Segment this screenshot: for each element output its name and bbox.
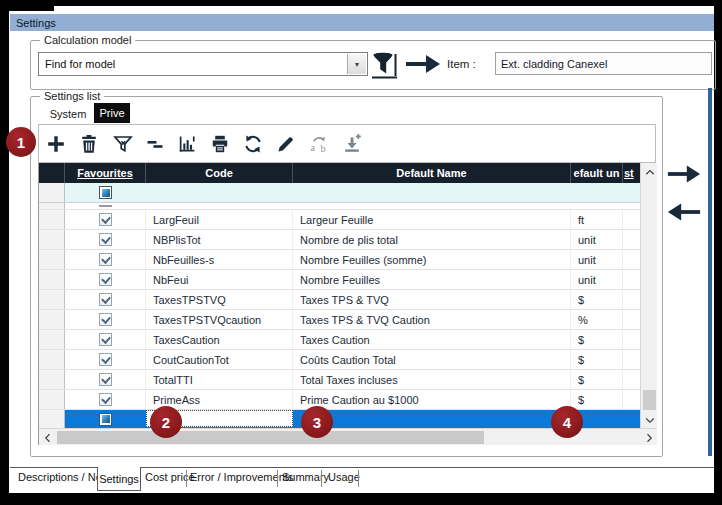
favourite-checkbox[interactable]	[99, 293, 112, 306]
horizontal-scrollbar-thumb[interactable]	[57, 431, 484, 444]
favourites-cell[interactable]	[65, 350, 146, 369]
default-unit-cell[interactable]: $	[571, 370, 623, 389]
move-left-button[interactable]	[666, 200, 702, 224]
default-unit-cell[interactable]: $	[571, 330, 623, 349]
table-row[interactable]: CoutCautionTotCoûts Caution Total$	[39, 350, 640, 370]
st-cell[interactable]	[623, 230, 640, 249]
default-unit-cell[interactable]: ft	[571, 210, 623, 229]
delete-button[interactable]	[78, 133, 100, 155]
code-cell[interactable]: TaxesCaution	[146, 330, 293, 349]
import-download-button[interactable]	[341, 133, 363, 155]
default-name-cell[interactable]: Prime Caution au $1000	[293, 390, 571, 409]
default-unit-cell[interactable]: $	[571, 350, 623, 369]
favourites-filter-checkbox[interactable]	[99, 186, 112, 199]
table-row[interactable]: LargFeuilLargeur Feuilleft	[39, 210, 640, 230]
row-selector[interactable]	[39, 230, 65, 249]
tab-prive[interactable]: Prive	[94, 103, 130, 123]
row-selector[interactable]	[39, 330, 65, 349]
add-button[interactable]	[45, 133, 67, 155]
table-row[interactable]: NbFeuiNombre Feuillesunit	[39, 270, 640, 290]
header-st[interactable]: st	[623, 163, 640, 183]
scroll-right-button[interactable]	[640, 429, 657, 446]
favourite-checkbox[interactable]	[99, 213, 112, 226]
row-selector[interactable]	[39, 210, 65, 229]
code-cell[interactable]: CoutCautionTot	[146, 350, 293, 369]
tab-summary[interactable]: Summary	[282, 471, 329, 483]
default-unit-cell[interactable]: $	[571, 390, 623, 409]
table-row[interactable]: TaxesCautionTaxes Caution$	[39, 330, 640, 350]
default-unit-cell[interactable]: unit	[571, 230, 623, 249]
header-favourites[interactable]: Favourites	[65, 163, 146, 183]
code-cell[interactable]: NBPlisTot	[146, 230, 293, 249]
row-selector[interactable]	[39, 370, 65, 389]
favourites-cell[interactable]	[65, 410, 146, 428]
row-selector[interactable]	[39, 390, 65, 409]
default-unit-cell[interactable]: unit	[571, 250, 623, 269]
st-cell[interactable]	[623, 350, 640, 369]
model-dropdown-button[interactable]: ▾	[347, 54, 366, 74]
favourites-cell[interactable]	[65, 330, 146, 349]
default-name-cell[interactable]: Taxes TPS & TVQ	[293, 290, 571, 309]
code-cell[interactable]: TotalTTI	[146, 370, 293, 389]
table-row[interactable]: NBPlisTotNombre de plis totalunit	[39, 230, 640, 250]
favourites-cell[interactable]	[65, 290, 146, 309]
row-selector[interactable]	[39, 183, 65, 202]
default-name-cell[interactable]: Largeur Feuille	[293, 210, 571, 229]
favourite-checkbox[interactable]	[99, 353, 112, 366]
favourites-cell[interactable]	[65, 210, 146, 229]
favourites-cell[interactable]	[65, 310, 146, 329]
table-row[interactable]: PrimeAssPrime Caution au $1000$	[39, 390, 640, 410]
st-cell[interactable]	[623, 310, 640, 329]
filter-favourites-cell[interactable]	[65, 183, 146, 202]
favourites-cell[interactable]	[65, 230, 146, 249]
tab-settings-active[interactable]: Settings	[97, 467, 141, 491]
table-row[interactable]: TotalTTITotal Taxes incluses$	[39, 370, 640, 390]
filter-funnel-button[interactable]	[370, 50, 400, 82]
chart-button[interactable]	[176, 133, 198, 155]
st-cell[interactable]	[623, 390, 640, 409]
row-selector[interactable]	[39, 250, 65, 269]
st-cell[interactable]	[623, 270, 640, 289]
code-cell[interactable]: LargFeuil	[146, 210, 293, 229]
scroll-down-button[interactable]	[641, 411, 658, 428]
row-selector[interactable]	[39, 310, 65, 329]
move-right-button[interactable]	[666, 162, 702, 186]
row-selector[interactable]	[39, 350, 65, 369]
default-name-cell[interactable]: Nombre de plis total	[293, 230, 571, 249]
favourites-cell[interactable]	[65, 390, 146, 409]
rename-ab-button[interactable]: a b	[308, 133, 330, 155]
print-button[interactable]	[209, 133, 231, 155]
row-selector[interactable]	[39, 410, 65, 428]
default-unit-cell[interactable]: %	[571, 310, 623, 329]
favourite-checkbox[interactable]	[99, 333, 112, 346]
favourite-checkbox[interactable]	[99, 393, 112, 406]
row-selector[interactable]	[39, 203, 65, 209]
favourite-checkbox[interactable]	[99, 233, 112, 246]
table-row[interactable]: TaxesTPSTVQcautionTaxes TPS & TVQ Cautio…	[39, 310, 640, 330]
code-cell[interactable]: TaxesTPSTVQ	[146, 290, 293, 309]
apply-arrow-button[interactable]	[404, 53, 442, 75]
collapsed-row[interactable]	[39, 203, 640, 210]
st-cell[interactable]	[623, 370, 640, 389]
tab-cost-price[interactable]: Cost price	[145, 471, 195, 483]
default-name-cell[interactable]: Taxes Caution	[293, 330, 571, 349]
favourite-checkbox[interactable]	[99, 253, 112, 266]
header-code[interactable]: Code	[146, 163, 293, 183]
table-row[interactable]: NbFeuilles-sNombre Feuilles (somme)unit	[39, 250, 640, 270]
code-cell[interactable]: NbFeuilles-s	[146, 250, 293, 269]
st-cell[interactable]	[623, 290, 640, 309]
refresh-button[interactable]	[242, 133, 264, 155]
row-selector[interactable]	[39, 270, 65, 289]
model-dropdown[interactable]: Find for model ▾	[38, 52, 368, 76]
header-default-name[interactable]: Default Name	[293, 163, 571, 183]
st-cell[interactable]	[623, 330, 640, 349]
code-cell[interactable]: NbFeui	[146, 270, 293, 289]
st-cell[interactable]	[623, 210, 640, 229]
st-cell[interactable]	[623, 250, 640, 269]
scroll-left-button[interactable]	[39, 429, 56, 446]
default-unit-cell[interactable]: unit	[571, 270, 623, 289]
header-default-unit[interactable]: efault un	[571, 163, 623, 183]
scroll-up-button[interactable]	[641, 163, 658, 180]
item-field[interactable]	[495, 52, 712, 75]
selected-new-row[interactable]	[39, 410, 640, 428]
